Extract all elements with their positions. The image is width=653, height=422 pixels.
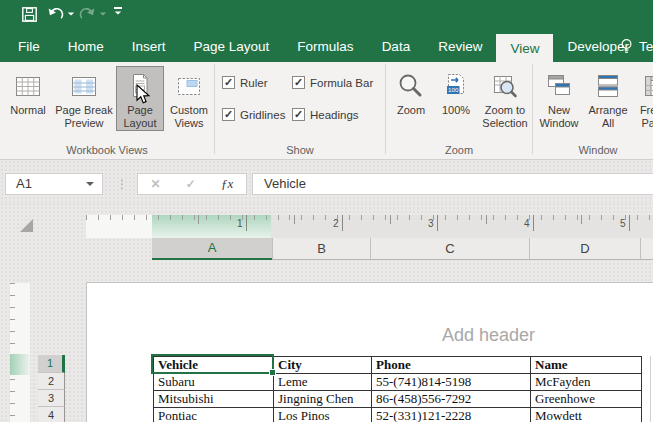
customize-qat-caret: [115, 11, 121, 14]
ruler-unit: 2: [333, 218, 339, 229]
headings-checkbox-label: Headings: [310, 109, 359, 121]
tell-me[interactable]: Tell me: [620, 30, 653, 62]
column-header-d[interactable]: D: [529, 238, 640, 260]
ruler-minor-ticks: [10, 283, 15, 422]
vertical-ruler: [10, 283, 30, 422]
tab-file[interactable]: File: [4, 30, 54, 62]
custom-views-button[interactable]: Custom Views: [164, 66, 214, 130]
cell-d3[interactable]: Greenhowe: [531, 391, 642, 408]
zoom-100-icon: 100: [441, 68, 471, 104]
column-header-a[interactable]: A: [152, 238, 272, 260]
custom-views-icon: [174, 68, 204, 104]
formula-bar-strip: A1 ⋮ ✕ ✓ ƒx Vehicle: [0, 160, 653, 202]
formula-input[interactable]: Vehicle: [252, 173, 653, 195]
tab-insert[interactable]: Insert: [118, 30, 180, 62]
svg-text:100: 100: [448, 86, 459, 93]
horizontal-ruler: 1 2 3 4 5: [86, 215, 653, 238]
freeze-panes-icon: [642, 68, 653, 104]
group-separator: [214, 64, 215, 154]
undo-button[interactable]: [47, 7, 75, 21]
enter-icon[interactable]: ✓: [186, 177, 196, 191]
page-break-preview-button[interactable]: Page Break Preview: [52, 66, 116, 130]
title-bar: [0, 0, 653, 30]
new-window-icon: [544, 68, 574, 104]
headings-checkbox[interactable]: ✓ Headings: [292, 108, 359, 121]
cell-a4[interactable]: Pontiac: [154, 408, 274, 422]
row-header-1[interactable]: 1: [38, 355, 65, 373]
excel-window: File Home Insert Page Layout Formulas Da…: [0, 0, 653, 422]
column-header-e[interactable]: [640, 238, 653, 260]
cell-b1[interactable]: City: [274, 357, 372, 374]
zoom-to-selection-label: Zoom to Selection: [478, 104, 532, 130]
freeze-panes-label: Freeze Panes: [632, 104, 653, 130]
ruler-checkbox-label: Ruler: [240, 77, 267, 89]
gridlines-checkbox[interactable]: ✓ Gridlines: [222, 108, 285, 121]
formula-bar-checkbox-label: Formula Bar: [310, 77, 373, 89]
insert-function-icon[interactable]: ƒx: [221, 176, 233, 192]
tab-home[interactable]: Home: [54, 30, 118, 62]
ruler-checkbox[interactable]: ✓ Ruler: [222, 76, 267, 89]
add-header-placeholder[interactable]: Add header: [442, 325, 535, 346]
save-icon: [22, 7, 37, 22]
tab-view[interactable]: View: [496, 34, 553, 62]
cell-d1[interactable]: Name: [531, 357, 642, 374]
new-window-button[interactable]: New Window: [534, 66, 584, 130]
undo-icon: [47, 7, 64, 21]
cell-c3[interactable]: 86-(458)556-7292: [372, 391, 531, 408]
new-window-label: New Window: [534, 104, 584, 130]
column-header-c[interactable]: C: [370, 238, 529, 260]
ribbon: Normal Page Break Preview: [0, 62, 653, 160]
page-layout-view-icon: [125, 68, 155, 104]
undo-dropdown-caret: [68, 12, 74, 15]
cancel-icon[interactable]: ✕: [151, 177, 161, 191]
zoom-to-selection-button[interactable]: Zoom to Selection: [478, 66, 532, 130]
customize-qat-button[interactable]: [114, 7, 122, 15]
cell-d4[interactable]: Mowdett: [531, 408, 642, 422]
cell-a2[interactable]: Subaru: [154, 374, 274, 391]
name-box-caret-icon: [86, 182, 94, 186]
group-separator: [532, 64, 533, 154]
tab-review[interactable]: Review: [424, 30, 496, 62]
zoom-100-button[interactable]: 100 100%: [434, 66, 478, 117]
cell-b2[interactable]: Leme: [274, 374, 372, 391]
group-label-window: Window: [533, 144, 653, 156]
tab-formulas[interactable]: Formulas: [283, 30, 367, 62]
cell-a3[interactable]: Mitsubishi: [154, 391, 274, 408]
redo-button[interactable]: [79, 7, 107, 21]
ruler-selected-row-block: [10, 354, 30, 375]
cell-d2[interactable]: McFayden: [531, 374, 642, 391]
custom-views-label: Custom Views: [164, 104, 214, 130]
cell-b4[interactable]: Los Pinos: [274, 408, 372, 422]
cell-c4[interactable]: 52-(331)121-2228: [372, 408, 531, 422]
row-header-2[interactable]: 2: [38, 373, 65, 390]
arrange-all-label: Arrange All: [584, 104, 632, 130]
row-header-4[interactable]: 4: [38, 407, 65, 422]
save-button[interactable]: [22, 7, 37, 22]
freeze-panes-button[interactable]: Freeze Panes: [632, 66, 653, 130]
ruler-unit: 5: [620, 218, 626, 229]
zoom-button[interactable]: Zoom: [388, 66, 434, 117]
gridline: [650, 356, 651, 422]
tab-data[interactable]: Data: [368, 30, 425, 62]
lightbulb-icon: [620, 38, 633, 54]
zoom-icon: [396, 68, 426, 104]
tab-page-layout[interactable]: Page Layout: [180, 30, 284, 62]
column-header-b[interactable]: B: [272, 238, 370, 260]
formula-bar-checkbox[interactable]: ✓ Formula Bar: [292, 76, 373, 89]
cell-b3[interactable]: Jingning Chen: [274, 391, 372, 408]
arrange-all-button[interactable]: Arrange All: [584, 66, 632, 130]
name-box-value: A1: [16, 176, 32, 191]
group-label-workbook-views: Workbook Views: [0, 144, 214, 156]
page-layout-view-button[interactable]: Page Layout: [116, 66, 164, 131]
normal-view-button[interactable]: Normal: [4, 66, 52, 117]
cell-c1[interactable]: Phone: [372, 357, 531, 374]
ruler-unit: 4: [524, 218, 530, 229]
page-break-preview-label: Page Break Preview: [52, 104, 116, 130]
ruler-minor-ticks: [86, 215, 653, 220]
cell-c2[interactable]: 55-(741)814-5198: [372, 374, 531, 391]
selected-cell-outline: [151, 354, 274, 374]
normal-view-icon: [13, 68, 43, 104]
name-box[interactable]: A1: [5, 173, 103, 195]
select-all-button[interactable]: [20, 219, 33, 232]
row-header-3[interactable]: 3: [38, 390, 65, 407]
